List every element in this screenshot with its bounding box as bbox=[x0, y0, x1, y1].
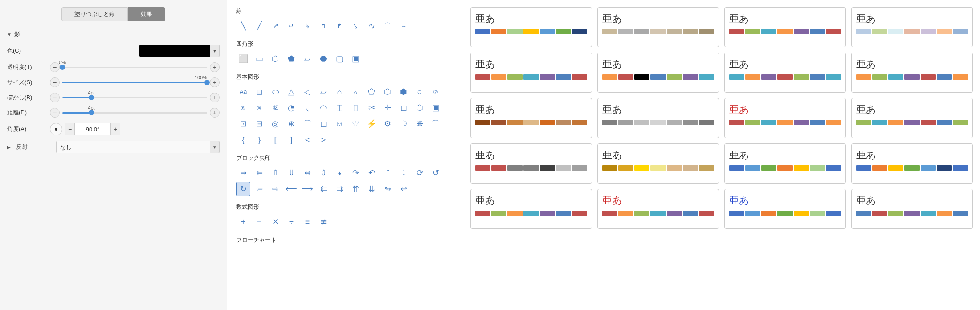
basic-42[interactable]: [ bbox=[268, 133, 282, 147]
basic-20[interactable]: ⌶ bbox=[332, 101, 347, 115]
basic-16[interactable]: ⑫ bbox=[268, 101, 282, 115]
arrow-24[interactable]: ↩ bbox=[396, 182, 411, 196]
line-shape-7[interactable]: ↱ bbox=[332, 19, 347, 33]
blur-plus[interactable]: + bbox=[210, 93, 220, 102]
basic-19[interactable]: ◠ bbox=[316, 101, 331, 115]
line-shape-8[interactable]: ⤣ bbox=[348, 19, 363, 33]
line-shape-10[interactable]: ⌒ bbox=[380, 19, 395, 33]
basic-40[interactable]: { bbox=[236, 133, 250, 147]
theme-card-8[interactable]: 亜あ bbox=[470, 98, 592, 138]
basic-35[interactable]: ⚡ bbox=[364, 117, 379, 131]
rect-6[interactable]: ⬣ bbox=[316, 52, 331, 66]
basic-18[interactable]: ◟ bbox=[300, 101, 314, 115]
arrow-18[interactable]: ⟶ bbox=[300, 182, 314, 196]
theme-card-19[interactable]: 亜あ bbox=[851, 189, 973, 229]
distance-minus[interactable]: − bbox=[50, 108, 60, 118]
transparency-plus[interactable]: + bbox=[210, 62, 220, 72]
basic-26[interactable]: ▣ bbox=[429, 101, 443, 115]
basic-38[interactable]: ❋ bbox=[412, 117, 427, 131]
theme-card-9[interactable]: 亜あ bbox=[597, 98, 719, 138]
basic-3[interactable]: ⬭ bbox=[268, 85, 282, 99]
basic-24[interactable]: ◻ bbox=[396, 101, 411, 115]
line-shape-6[interactable]: ↰ bbox=[316, 19, 331, 33]
basic-32[interactable]: ◻ bbox=[316, 117, 331, 131]
basic-39[interactable]: ⌒ bbox=[429, 117, 443, 131]
rect-8[interactable]: ▣ bbox=[348, 52, 363, 66]
rect-1[interactable]: ⬜ bbox=[236, 52, 250, 66]
basic-31[interactable]: ⌒ bbox=[300, 117, 314, 131]
eq-5[interactable]: ≡ bbox=[300, 215, 314, 229]
arrow-6[interactable]: ⇕ bbox=[316, 166, 331, 180]
rect-5[interactable]: ▱ bbox=[300, 52, 314, 66]
angle-minus[interactable]: − bbox=[65, 123, 75, 135]
eq-3[interactable]: ✕ bbox=[268, 215, 282, 229]
arrow-20[interactable]: ⇉ bbox=[332, 182, 347, 196]
arrow-16[interactable]: ⇨ bbox=[268, 182, 282, 196]
basic-17[interactable]: ◔ bbox=[284, 101, 298, 115]
arrow-4[interactable]: ⇓ bbox=[284, 166, 298, 180]
basic-37[interactable]: ☽ bbox=[396, 117, 411, 131]
shadow-section-header[interactable]: ▼ 影 bbox=[7, 30, 220, 38]
angle-input[interactable] bbox=[75, 123, 110, 135]
line-shape-5[interactable]: ↳ bbox=[300, 19, 314, 33]
eq-6[interactable]: ≢ bbox=[316, 215, 331, 229]
fill-line-tab[interactable]: 塗りつぶしと線 bbox=[61, 7, 128, 21]
theme-card-1[interactable]: 亜あ bbox=[597, 7, 719, 47]
angle-circle[interactable] bbox=[50, 123, 62, 135]
basic-45[interactable]: > bbox=[316, 133, 331, 147]
distance-slider[interactable]: 4pt bbox=[62, 108, 207, 118]
basic-14[interactable]: ⑧ bbox=[236, 101, 250, 115]
theme-card-4[interactable]: 亜あ bbox=[470, 53, 592, 93]
basic-12[interactable]: ○ bbox=[412, 85, 427, 99]
line-shape-1[interactable]: ╲ bbox=[236, 19, 250, 33]
basic-5[interactable]: ◁ bbox=[300, 85, 314, 99]
basic-15[interactable]: ⑩ bbox=[252, 101, 266, 115]
size-slider[interactable]: 100% bbox=[62, 78, 207, 87]
arrow-22[interactable]: ⇊ bbox=[364, 182, 379, 196]
theme-card-18[interactable]: 亜あ bbox=[724, 189, 846, 229]
basic-22[interactable]: ✂ bbox=[364, 101, 379, 115]
basic-28[interactable]: ⊟ bbox=[252, 117, 266, 131]
arrow-15[interactable]: ⇦ bbox=[252, 182, 266, 196]
line-shape-3[interactable]: ↗ bbox=[268, 19, 282, 33]
basic-2[interactable]: ▦ bbox=[252, 85, 266, 99]
arrow-2[interactable]: ⇐ bbox=[252, 166, 266, 180]
theme-card-13[interactable]: 亜あ bbox=[597, 143, 719, 184]
theme-card-6[interactable]: 亜あ bbox=[724, 53, 846, 93]
arrow-9[interactable]: ↶ bbox=[364, 166, 379, 180]
arrow-11[interactable]: ⤵ bbox=[396, 166, 411, 180]
theme-card-7[interactable]: 亜あ bbox=[851, 53, 973, 93]
basic-1[interactable]: Aa bbox=[236, 85, 250, 99]
color-preview-black[interactable] bbox=[139, 45, 210, 57]
size-minus[interactable]: − bbox=[50, 78, 60, 87]
basic-43[interactable]: ] bbox=[284, 133, 298, 147]
eq-2[interactable]: − bbox=[252, 215, 266, 229]
arrow-12[interactable]: ⟳ bbox=[412, 166, 427, 180]
theme-card-14[interactable]: 亜あ bbox=[724, 143, 846, 184]
theme-card-15[interactable]: 亜あ bbox=[851, 143, 973, 184]
arrow-5[interactable]: ⇔ bbox=[300, 166, 314, 180]
arrow-19[interactable]: ⇇ bbox=[316, 182, 331, 196]
theme-card-0[interactable]: 亜あ bbox=[470, 7, 592, 47]
theme-card-16[interactable]: 亜あ bbox=[470, 189, 592, 229]
theme-card-12[interactable]: 亜あ bbox=[470, 143, 592, 184]
arrow-10[interactable]: ⤴ bbox=[380, 166, 395, 180]
basic-10[interactable]: ⬡ bbox=[380, 85, 395, 99]
arrow-23[interactable]: ↬ bbox=[380, 182, 395, 196]
line-shape-4[interactable]: ↵ bbox=[284, 19, 298, 33]
theme-card-3[interactable]: 亜あ bbox=[851, 7, 973, 47]
basic-11[interactable]: ⬢ bbox=[396, 85, 411, 99]
arrow-7[interactable]: ⬧ bbox=[332, 166, 347, 180]
basic-27[interactable]: ⊡ bbox=[236, 117, 250, 131]
eq-4[interactable]: ÷ bbox=[284, 215, 298, 229]
blur-slider[interactable]: 4pt bbox=[62, 93, 207, 102]
color-dropdown-arrow[interactable]: ▼ bbox=[210, 45, 220, 57]
basic-23[interactable]: ✛ bbox=[380, 101, 395, 115]
transparency-minus[interactable]: − bbox=[50, 62, 60, 72]
arrow-14[interactable]: ↻ bbox=[236, 182, 250, 196]
arrow-21[interactable]: ⇈ bbox=[348, 182, 363, 196]
arrow-1[interactable]: ⇒ bbox=[236, 166, 250, 180]
basic-7[interactable]: ⌂ bbox=[332, 85, 347, 99]
basic-36[interactable]: ⚙ bbox=[380, 117, 395, 131]
eq-1[interactable]: + bbox=[236, 215, 250, 229]
